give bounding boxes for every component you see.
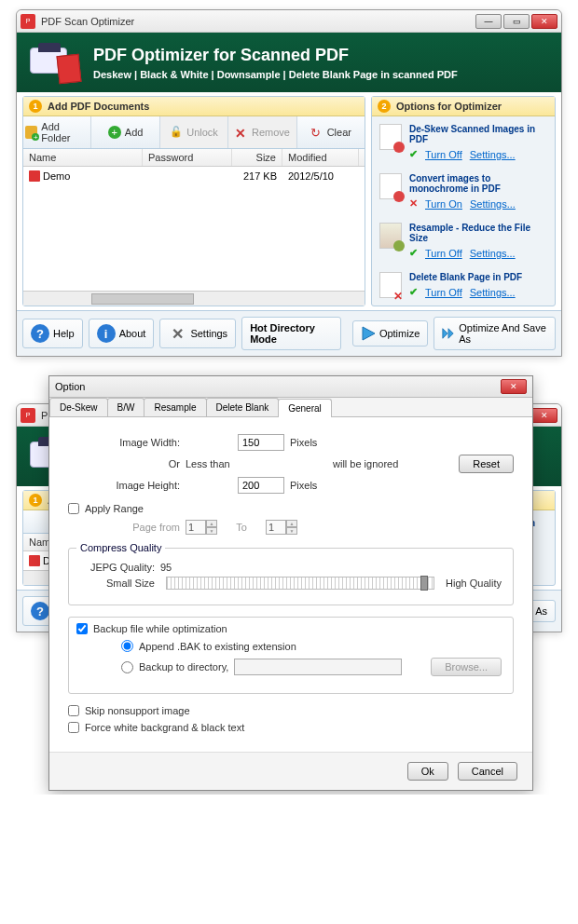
cancel-button[interactable]: Cancel [458,762,517,781]
window-title: PDF Scan Optimizer [41,16,475,27]
ok-button[interactable]: Ok [407,762,448,781]
step-1-badge: 1 [29,100,42,113]
close-button[interactable]: ✕ [531,14,557,29]
tab-delete-blank[interactable]: Delete Blank [206,398,280,416]
jpeg-quality-value: 95 [160,562,172,573]
settings-link[interactable]: Settings... [470,198,516,210]
app-icon: P [21,14,35,29]
clear-button[interactable]: Clear [297,116,365,148]
unlock-icon: 🔓 [170,126,183,139]
skip-nonsupport-checkbox[interactable] [68,705,79,716]
force-white-checkbox[interactable] [68,722,79,733]
banner: PDF Optimizer for Scanned PDF Deskew | B… [17,33,561,92]
append-bak-radio[interactable] [121,640,133,652]
left-panel-header: 1 Add PDF Documents [23,97,365,116]
step-2-badge: 2 [378,100,391,113]
clear-icon [310,126,323,139]
option-deskew: De-Skew Scanned Images in PDF ✔Turn OffS… [379,124,547,160]
image-width-input[interactable] [238,434,284,451]
maximize-button[interactable]: ▭ [503,14,530,29]
add-icon: + [108,126,121,139]
tools-icon: ✕ [168,324,186,343]
check-icon: ✔ [409,286,418,298]
svg-marker-0 [363,327,375,340]
pdf-icon [29,170,40,182]
backup-dir-input [234,659,402,675]
monochrome-icon [379,173,402,199]
banner-subtitle: Deskew | Black & White | Downsample | De… [93,69,458,80]
minimize-button[interactable]: — [475,14,502,29]
settings-link[interactable]: Settings... [470,149,516,160]
toggle-link[interactable]: Turn On [425,198,462,210]
quality-slider[interactable] [166,577,434,590]
optimize-button[interactable]: Optimize [352,320,428,346]
settings-link[interactable]: Settings... [470,248,516,259]
backup-checkbox[interactable] [76,623,88,634]
settings-button[interactable]: ✕Settings [159,319,236,348]
check-icon: ✔ [409,247,418,259]
option-delete-blank: Delete Blank Page in PDF ✔Turn OffSettin… [379,272,547,298]
cross-icon: ✕ [409,197,418,210]
help-icon: ? [31,324,49,343]
check-icon: ✔ [409,148,418,160]
image-height-input[interactable] [238,477,284,494]
deskew-icon [379,124,402,150]
add-button[interactable]: +Add [91,116,159,148]
help-button[interactable]: ?Help [22,319,83,348]
browse-button: Browse... [431,658,502,676]
page-from-spinner: ▲▼ [186,520,217,535]
horizontal-scrollbar[interactable] [23,291,365,306]
apply-range-checkbox[interactable] [68,503,79,514]
resample-icon [379,223,402,249]
toggle-link[interactable]: Turn Off [425,248,462,259]
svg-marker-1 [443,329,447,338]
tab-resample[interactable]: Resample [144,398,206,416]
about-button[interactable]: iAbout [89,319,155,348]
options-dialog: Option ✕ De-Skew B/W Resample Delete Bla… [48,375,533,791]
page-to-spinner: ▲▼ [266,520,297,535]
dialog-title: Option [55,381,501,392]
remove-icon: ✕ [235,126,248,139]
option-monochrome: Convert images to monochrome in PDF ✕Tur… [379,173,547,210]
delete-blank-icon [379,272,402,298]
add-folder-button[interactable]: Add Folder [23,116,91,148]
titlebar: P PDF Scan Optimizer — ▭ ✕ [17,10,561,33]
svg-marker-2 [448,329,453,338]
play-icon [361,326,376,341]
table-header: Name Password Size Modified [23,149,365,167]
reset-button[interactable]: Reset [459,455,514,473]
table-row[interactable]: Demo 217 KB 2012/5/10 [23,167,365,185]
remove-button: ✕Remove [228,116,296,148]
settings-link[interactable]: Settings... [470,287,516,298]
dialog-close-button[interactable]: ✕ [501,379,527,394]
add-folder-icon [25,126,37,139]
right-panel-header: 2 Options for Optimizer [372,97,555,116]
banner-title: PDF Optimizer for Scanned PDF [93,46,458,65]
backup-dir-radio[interactable] [121,661,133,673]
file-list[interactable]: Demo 217 KB 2012/5/10 [23,167,365,291]
tab-general[interactable]: General [278,399,332,417]
dialog-titlebar: Option ✕ [49,376,532,398]
play-double-icon [442,326,455,341]
optimize-save-button[interactable]: Optimize And Save As [434,317,556,350]
unlock-button: 🔓Unlock [160,116,228,148]
hot-directory-button[interactable]: Hot Directory Mode [241,317,341,350]
info-icon: i [97,324,116,343]
toggle-link[interactable]: Turn Off [425,149,462,160]
tab-bw[interactable]: B/W [107,398,145,416]
dialog-tabs: De-Skew B/W Resample Delete Blank Genera… [49,398,532,417]
toggle-link[interactable]: Turn Off [425,287,462,298]
tab-deskew[interactable]: De-Skew [49,398,108,416]
option-resample: Resample - Reduce the File Size ✔Turn Of… [379,223,547,259]
scanner-icon [30,42,80,83]
